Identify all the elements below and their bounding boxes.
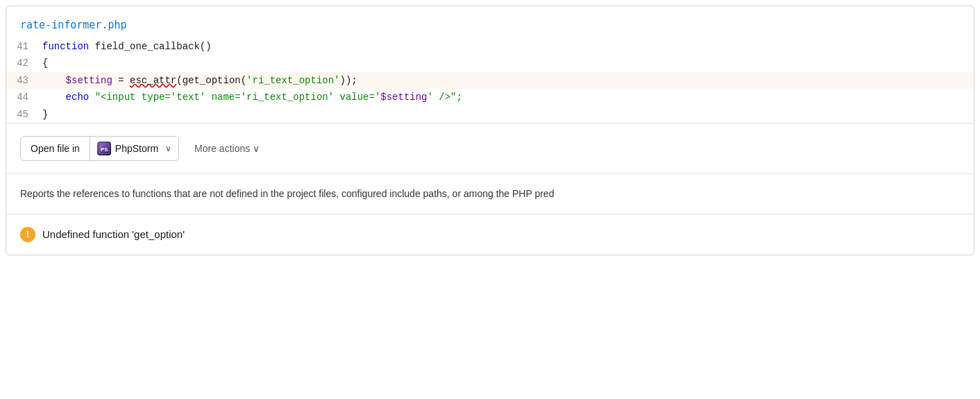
line-number-42: 42 <box>6 56 40 71</box>
line-content-42: { <box>40 56 974 71</box>
line-number-43: 43 <box>6 73 40 88</box>
fn-esc-attr: esc_attr <box>130 75 176 86</box>
more-actions-chevron-icon: ∨ <box>253 143 260 154</box>
line-content-43: $setting = esc_attr(get_option('ri_text_… <box>40 73 974 88</box>
code-line-44: 44 echo "<input type='text' name='ri_tex… <box>6 89 974 105</box>
close-43: )); <box>340 75 357 86</box>
brace-close: } <box>42 109 48 120</box>
str-ri-text-option: 'ri_text_option' <box>246 75 339 86</box>
ide-selector[interactable]: PS PhpStorm ∨ <box>90 137 178 160</box>
actions-section: Open file in PS P <box>6 124 974 174</box>
warning-message: Undefined function 'get_option' <box>42 228 185 240</box>
more-actions-button[interactable]: More actions ∨ <box>190 140 264 157</box>
line-content-44: echo "<input type='text' name='ri_text_o… <box>40 90 974 105</box>
space-44 <box>89 92 94 103</box>
var-setting: $setting <box>42 75 112 86</box>
svg-text:PS: PS <box>101 146 108 153</box>
description-text: Reports the references to functions that… <box>20 188 554 199</box>
more-actions-label: More actions <box>194 143 250 154</box>
str-input-start: "<input type='text' name='ri_text_option… <box>95 92 381 103</box>
indent-44 <box>42 92 66 103</box>
code-line-42: 42 { <box>6 55 974 71</box>
warning-section: ! Undefined function 'get_option' <box>6 214 974 255</box>
ide-name: PhpStorm <box>115 143 158 154</box>
assign-43: = <box>112 75 130 86</box>
str-input-end: ' />"; <box>428 92 462 103</box>
line-number-45: 45 <box>6 107 40 122</box>
file-name: rate-informer.php <box>20 19 127 31</box>
code-block: 41 function field_one_callback() 42 { 43… <box>6 38 974 123</box>
ide-dropdown-arrow-icon: ∨ <box>165 144 171 153</box>
line-content-41: function field_one_callback() <box>40 39 974 54</box>
description-section: Reports the references to functions that… <box>6 174 974 214</box>
line-number-44: 44 <box>6 90 40 105</box>
paren-open-43: (get_option( <box>176 75 246 86</box>
code-line-41: 41 function field_one_callback() <box>6 38 974 55</box>
keyword-function: function <box>42 41 95 52</box>
keyword-echo: echo <box>66 92 90 103</box>
code-line-43: 43 $setting = esc_attr(get_option('ri_te… <box>6 72 974 89</box>
warning-icon-text: ! <box>26 229 29 239</box>
code-line-45: 45 } <box>6 106 974 123</box>
var-setting-44: $setting <box>380 92 427 103</box>
fn-name-41: field_one_callback() <box>95 41 212 52</box>
open-file-label: Open file in <box>21 137 90 160</box>
phpstorm-icon: PS <box>97 142 111 155</box>
open-file-button[interactable]: Open file in PS P <box>20 136 179 161</box>
file-header: rate-informer.php <box>6 15 974 38</box>
warning-icon: ! <box>20 227 35 242</box>
code-section: rate-informer.php 41 function field_one_… <box>6 6 974 124</box>
line-number-41: 41 <box>6 39 40 54</box>
brace-open: { <box>42 58 48 69</box>
main-panel: rate-informer.php 41 function field_one_… <box>6 6 974 255</box>
line-content-45: } <box>40 107 974 122</box>
